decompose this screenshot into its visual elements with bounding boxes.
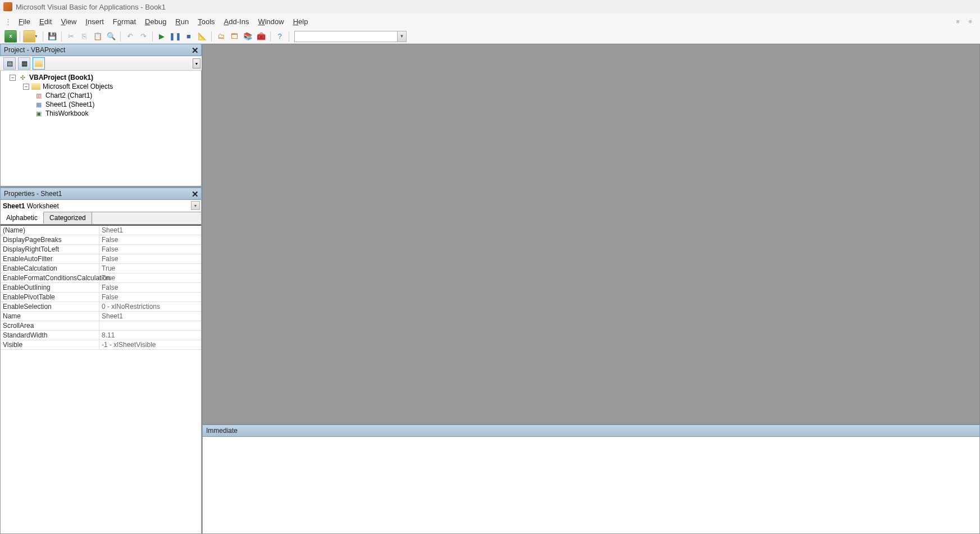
property-row[interactable]: EnableFormatConditionsCalculationTrue <box>1 273 201 283</box>
immediate-input[interactable] <box>202 437 980 534</box>
property-value[interactable]: True <box>99 273 201 282</box>
collapse-icon[interactable]: − <box>23 84 29 90</box>
property-value[interactable] <box>99 321 201 330</box>
property-value[interactable]: False <box>99 254 201 263</box>
property-value[interactable]: False <box>99 235 201 244</box>
property-row[interactable]: EnableAutoFilterFalse <box>1 254 201 264</box>
dropdown-arrow-icon[interactable]: ▼ <box>34 34 40 38</box>
property-row[interactable]: NameSheet1 <box>1 312 201 321</box>
property-name: Name <box>1 312 99 321</box>
close-icon[interactable]: ✕ <box>192 45 199 56</box>
property-value[interactable]: False <box>99 245 201 254</box>
view-code-icon[interactable]: ▤ <box>3 57 16 70</box>
property-row[interactable]: EnablePivotTableFalse <box>1 293 201 302</box>
scroll-down-icon[interactable]: ▼ <box>193 58 200 69</box>
workbook-icon: ▣ <box>34 109 43 117</box>
tree-item-sheet[interactable]: ▦ Sheet1 (Sheet1) <box>2 100 200 109</box>
property-value[interactable]: 0 - xlNoRestrictions <box>99 302 201 311</box>
property-name: Visible <box>1 340 99 349</box>
project-tree[interactable]: − ✣ VBAProject (Book1) − Microsoft Excel… <box>0 71 202 186</box>
menu-run[interactable]: Run <box>171 15 193 28</box>
property-value[interactable]: Sheet1 <box>99 226 201 235</box>
project-explorer-icon[interactable]: 🗂 <box>215 30 227 43</box>
close-icon[interactable]: ✕ <box>192 189 199 199</box>
chart-icon: ▥ <box>34 92 43 99</box>
property-value[interactable]: False <box>99 293 201 302</box>
reset-icon[interactable]: ■ <box>183 30 195 43</box>
property-row[interactable]: Visible-1 - xlSheetVisible <box>1 340 201 350</box>
property-row[interactable]: StandardWidth8.11 <box>1 331 201 340</box>
properties-grid[interactable]: (Name)Sheet1DisplayPageBreaksFalseDispla… <box>0 225 202 534</box>
copy-icon[interactable]: ⎘ <box>78 30 90 43</box>
tree-item-label: Sheet1 (Sheet1) <box>45 101 94 108</box>
view-excel-icon[interactable]: X <box>4 30 17 43</box>
design-mode-icon[interactable]: 📐 <box>196 30 208 43</box>
object-browser-icon[interactable]: 📚 <box>241 30 254 43</box>
tree-folder-label: Microsoft Excel Objects <box>43 83 113 90</box>
property-name: ScrollArea <box>1 321 99 330</box>
menu-addins[interactable]: Add-Ins <box>220 15 254 28</box>
property-row[interactable]: EnableOutliningFalse <box>1 283 201 293</box>
redo-icon[interactable]: ↷ <box>137 30 149 43</box>
menu-debug[interactable]: Debug <box>140 15 171 28</box>
menu-help[interactable]: Help <box>289 15 313 28</box>
collapse-icon[interactable]: − <box>10 75 16 81</box>
property-row[interactable]: DisplayPageBreaksFalse <box>1 235 201 245</box>
properties-pane: Properties - Sheet1 ✕ Sheet1 Worksheet ▾… <box>0 188 202 534</box>
properties-object-selector[interactable]: Sheet1 Worksheet ▾ <box>0 200 202 212</box>
menu-view[interactable]: View <box>56 15 81 28</box>
tree-root[interactable]: − ✣ VBAProject (Book1) <box>2 73 200 82</box>
menu-insert[interactable]: Insert <box>81 15 108 28</box>
cut-icon[interactable]: ✂ <box>65 30 77 43</box>
project-title-text: Project - VBAProject <box>4 46 65 54</box>
separator <box>61 31 62 42</box>
run-icon[interactable]: ▶ <box>156 30 168 43</box>
undo-icon[interactable]: ↶ <box>124 30 136 43</box>
chevron-down-icon[interactable]: ▼ <box>397 31 406 42</box>
property-row[interactable]: EnableSelection0 - xlNoRestrictions <box>1 302 201 312</box>
break-icon[interactable]: ❚❚ <box>169 30 181 43</box>
view-object-icon[interactable]: ▦ <box>18 57 30 70</box>
paste-icon[interactable]: 📋 <box>92 30 104 43</box>
immediate-pane: Immediate <box>202 425 980 534</box>
tree-item-chart[interactable]: ▥ Chart2 (Chart1) <box>2 91 200 100</box>
menu-tools[interactable]: Tools <box>193 15 219 28</box>
object-type: Worksheet <box>27 202 59 210</box>
outdent-icon[interactable]: ≡ <box>953 16 963 26</box>
menu-edit[interactable]: Edit <box>35 15 56 28</box>
tree-folder[interactable]: − Microsoft Excel Objects <box>2 82 200 91</box>
property-name: EnableCalculation <box>1 264 99 273</box>
help-icon[interactable]: ? <box>274 30 286 43</box>
property-value[interactable]: -1 - xlSheetVisible <box>99 340 201 349</box>
tree-item-workbook[interactable]: ▣ ThisWorkbook <box>2 109 200 118</box>
property-value[interactable]: 8.11 <box>99 331 201 340</box>
find-icon[interactable]: 🔍 <box>105 30 117 43</box>
chevron-down-icon[interactable]: ▾ <box>191 201 200 210</box>
menu-file[interactable]: File <box>14 15 35 28</box>
property-value[interactable]: False <box>99 283 201 292</box>
toggle-folders-icon[interactable] <box>33 57 45 70</box>
toolbox-icon[interactable]: 🧰 <box>255 30 267 43</box>
save-icon[interactable]: 💾 <box>46 30 58 43</box>
property-row[interactable]: ScrollArea <box>1 321 201 331</box>
property-name: StandardWidth <box>1 331 99 340</box>
property-value[interactable]: True <box>99 264 201 273</box>
property-row[interactable]: (Name)Sheet1 <box>1 226 201 235</box>
property-name: EnableFormatConditionsCalculation <box>1 273 99 282</box>
properties-window-icon[interactable]: 🗔 <box>228 30 240 43</box>
property-row[interactable]: DisplayRightToLeftFalse <box>1 245 201 254</box>
property-value[interactable]: Sheet1 <box>99 312 201 321</box>
menu-window[interactable]: Window <box>253 15 288 28</box>
property-row[interactable]: EnableCalculationTrue <box>1 264 201 273</box>
properties-pane-title: Properties - Sheet1 ✕ <box>0 188 202 200</box>
indent-icon[interactable]: ≡ <box>965 16 976 26</box>
tab-categorized[interactable]: Categorized <box>44 212 92 224</box>
property-name: EnablePivotTable <box>1 293 99 302</box>
property-name: EnableAutoFilter <box>1 254 99 263</box>
tab-alphabetic[interactable]: Alphabetic <box>1 212 44 223</box>
insert-userform-icon[interactable] <box>23 30 35 43</box>
menubar-grip-icon: ⋮ <box>4 17 12 26</box>
procedure-combo[interactable]: ▼ <box>294 31 407 42</box>
menu-format[interactable]: Format <box>108 15 140 28</box>
tree-item-label: Chart2 (Chart1) <box>45 92 92 99</box>
